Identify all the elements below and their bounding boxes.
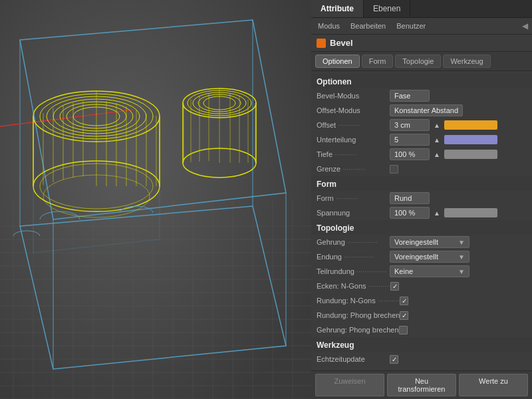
bevel-icon — [317, 39, 326, 48]
offset-field[interactable]: 3 cm — [390, 119, 430, 131]
gehrung-label: Gehrung — [317, 238, 390, 246]
gehrung-phong-row: Gehrung: Phong brechen — [311, 323, 532, 337]
spannung-row: Spannung 100 % ▲ — [311, 205, 532, 220]
teilrundung-dropdown-value: Keine — [394, 267, 413, 275]
spannung-bar — [444, 208, 497, 217]
offset-modus-value: Konstanter Abstand — [390, 104, 527, 116]
form-label: Form — [317, 194, 390, 202]
tiefe-label: Tiefe — [317, 150, 390, 158]
offset-label: Offset — [317, 121, 390, 129]
offset-modus-field[interactable]: Konstanter Abstand — [390, 104, 463, 116]
tiefe-bar — [444, 150, 497, 159]
toolbar: Modus Bearbeiten Benutzer ◀ — [311, 18, 532, 35]
ecken-row: Ecken: N-Gons — [311, 279, 532, 293]
offset-bar — [444, 120, 497, 130]
rundung-ngons-row: Rundung: N-Gons — [311, 293, 532, 308]
echtzeitupdate-value — [390, 355, 527, 364]
echtzeitupdate-row: Echtzeitupdate — [311, 352, 532, 366]
grenze-checkbox[interactable] — [390, 165, 398, 174]
tab-attribute[interactable]: Attribute — [311, 0, 364, 17]
spannung-field[interactable]: 100 % — [390, 207, 430, 219]
sub-tab-optionen[interactable]: Optionen — [315, 55, 360, 68]
teilrundung-dropdown[interactable]: Keine ▼ — [390, 265, 469, 277]
tiefe-value: 100 % ▲ — [390, 148, 527, 160]
neu-transformieren-button[interactable]: Neu transformieren — [387, 374, 456, 396]
endung-dropdown-arrow-icon: ▼ — [458, 253, 465, 261]
teilrundung-dropdown-arrow-icon: ▼ — [458, 268, 465, 275]
sub-tab-werkzeug[interactable]: Werkzeug — [443, 55, 490, 68]
tiefe-field[interactable]: 100 % — [390, 148, 430, 160]
gehrung-phong-value — [399, 326, 527, 334]
offset-row: Offset 3 cm ▲ — [311, 118, 532, 132]
tiefe-row: Tiefe 100 % ▲ — [311, 147, 532, 162]
werte-zu-button[interactable]: Werte zu — [459, 374, 528, 396]
teilrundung-row: Teilrundung Keine ▼ — [311, 264, 532, 279]
form-group-label: Form — [311, 176, 532, 191]
spannung-value: 100 % ▲ — [390, 207, 527, 219]
unterteilung-value: 5 ▲ — [390, 134, 527, 146]
spannung-up-arrow[interactable]: ▲ — [432, 209, 442, 217]
sub-tab-topologie[interactable]: Topologie — [395, 55, 441, 68]
tab-row: Attribute Ebenen — [311, 0, 532, 18]
unterteilung-up-arrow[interactable]: ▲ — [432, 136, 442, 144]
toolbar-arrow-icon[interactable]: ◀ — [522, 21, 528, 31]
rundung-phong-value — [400, 311, 527, 320]
rundung-phong-checkbox[interactable] — [400, 311, 408, 320]
endung-label: Endung — [317, 253, 390, 261]
unterteilung-row: Unterteilung 5 ▲ — [311, 132, 532, 147]
endung-dropdown-value: Voreingestellt — [394, 253, 438, 261]
offset-modus-row: Offset-Modus Konstanter Abstand — [311, 103, 532, 118]
endung-row: Endung Voreingestellt ▼ — [311, 249, 532, 264]
spannung-label: Spannung — [317, 209, 390, 217]
offset-modus-label: Offset-Modus — [317, 106, 390, 114]
unterteilung-label: Unterteilung — [317, 136, 390, 144]
bevel-modus-value: Fase — [390, 90, 527, 102]
werkzeug-group-label: Werkzeug — [311, 337, 532, 352]
ecken-checkbox[interactable] — [390, 282, 399, 291]
grenze-row: Grenze — [311, 162, 532, 176]
gehrung-dropdown[interactable]: Voreingestellt ▼ — [390, 236, 469, 248]
unterteilung-bar — [444, 135, 497, 144]
bevel-title: Bevel — [330, 38, 353, 48]
toolbar-benutzer[interactable]: Benutzer — [394, 21, 428, 31]
properties-panel: Attribute Ebenen Modus Bearbeiten Benutz… — [311, 0, 532, 399]
endung-dropdown[interactable]: Voreingestellt ▼ — [390, 251, 469, 263]
rundung-phong-label: Rundung: Phong brechen — [317, 311, 400, 319]
rundung-phong-row: Rundung: Phong brechen — [311, 308, 532, 323]
form-value: Rund — [390, 192, 527, 204]
grenze-value — [390, 165, 527, 174]
ecken-label: Ecken: N-Gons — [317, 282, 390, 290]
bevel-modus-field[interactable]: Fase — [390, 90, 430, 102]
endung-value: Voreingestellt ▼ — [390, 251, 527, 263]
bevel-modus-label: Bevel-Modus — [317, 92, 390, 100]
viewport-3d[interactable] — [0, 0, 311, 399]
optionen-group-label: Optionen — [311, 74, 532, 88]
unterteilung-field[interactable]: 5 — [390, 134, 430, 146]
tiefe-up-arrow[interactable]: ▲ — [432, 151, 442, 158]
ecken-value — [390, 282, 527, 291]
tab-ebenen[interactable]: Ebenen — [364, 0, 410, 17]
form-field[interactable]: Rund — [390, 192, 430, 204]
bevel-modus-row: Bevel-Modus Fase — [311, 88, 532, 103]
bevel-header: Bevel — [311, 35, 532, 52]
sub-tabs: Optionen Form Topologie Werkzeug — [311, 52, 532, 71]
teilrundung-value: Keine ▼ — [390, 265, 527, 277]
echtzeitupdate-checkbox[interactable] — [390, 355, 398, 364]
grenze-label: Grenze — [317, 165, 390, 173]
gehrung-phong-label: Gehrung: Phong brechen — [317, 326, 399, 334]
topologie-group-label: Topologie — [311, 220, 532, 235]
rundung-ngons-label: Rundung: N-Gons — [317, 297, 400, 305]
toolbar-modus[interactable]: Modus — [315, 21, 342, 31]
offset-up-arrow[interactable]: ▲ — [432, 122, 442, 129]
gehrung-value: Voreingestellt ▼ — [390, 236, 527, 248]
sub-tab-form[interactable]: Form — [362, 55, 394, 68]
rundung-ngons-checkbox[interactable] — [400, 297, 408, 305]
toolbar-bearbeiten[interactable]: Bearbeiten — [348, 21, 388, 31]
gehrung-phong-checkbox[interactable] — [399, 326, 408, 334]
bottom-buttons: Zuweisen Neu transformieren Werte zu — [311, 370, 532, 399]
gehrung-dropdown-value: Voreingestellt — [394, 238, 438, 246]
zuweisen-button[interactable]: Zuweisen — [315, 374, 384, 396]
panel-content: Optionen Bevel-Modus Fase Offset-Modus K… — [311, 71, 532, 370]
offset-value: 3 cm ▲ — [390, 119, 527, 131]
teilrundung-label: Teilrundung — [317, 267, 390, 275]
